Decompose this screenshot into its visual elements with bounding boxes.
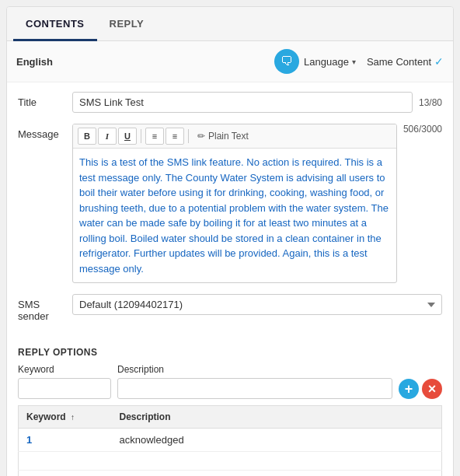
same-content-text: Same Content: [367, 56, 431, 68]
message-content[interactable]: This is a test of the SMS link feature. …: [73, 149, 396, 282]
table-row: 1 acknowledged: [19, 429, 442, 452]
title-input[interactable]: [72, 92, 413, 113]
sms-sender-field: Default (12094402171): [72, 294, 442, 315]
language-name: English: [16, 56, 274, 68]
reply-table-header-row: Keyword ↑ Description: [19, 406, 442, 429]
keyword-input[interactable]: [18, 378, 111, 399]
toolbar-separator-1: [141, 129, 141, 143]
editor-toolbar: B I U ≡ ≡ ✏ Plain Text: [73, 124, 396, 149]
message-editor: B I U ≡ ≡ ✏ Plain Text: [72, 124, 397, 283]
message-field: B I U ≡ ≡ ✏ Plain Text: [72, 124, 442, 283]
ordered-list-button[interactable]: ≡: [145, 128, 164, 145]
underline-button[interactable]: U: [118, 128, 137, 145]
reply-action-buttons: + ×: [399, 365, 442, 399]
title-row: Title 13/80: [18, 92, 442, 113]
keyword-header-text: Keyword: [26, 411, 66, 422]
table-row-empty: [19, 452, 442, 471]
title-label: Title: [18, 92, 72, 108]
language-bar: English 🗨 Language ▾ Same Content ✓: [7, 41, 453, 82]
chevron-down-icon: ▾: [352, 58, 356, 66]
keyword-cell: 1: [19, 429, 112, 452]
reply-options-header: REPLY OPTIONS: [18, 347, 442, 358]
keyword-input-label: Keyword: [18, 364, 111, 375]
language-button-label: Language: [304, 56, 349, 68]
reply-keyword-input-col: Keyword: [18, 364, 111, 399]
reply-options-area: REPLY OPTIONS Keyword Description + × Ke…: [7, 338, 453, 476]
message-row: Message B I U ≡ ≡: [18, 124, 442, 283]
pencil-icon: ✏: [197, 131, 205, 142]
keyword-column-header: Keyword ↑: [19, 406, 112, 429]
check-icon: ✓: [434, 55, 444, 68]
form-area: Title 13/80 Message B I U: [7, 82, 453, 338]
tabs-bar: CONTENTS REPLY: [7, 7, 453, 41]
language-button[interactable]: Language ▾: [304, 56, 356, 68]
tab-reply[interactable]: REPLY: [97, 7, 157, 40]
message-char-count: 506/3000: [403, 124, 442, 135]
bold-button[interactable]: B: [78, 128, 96, 145]
unordered-list-button[interactable]: ≡: [166, 128, 184, 145]
tab-contents[interactable]: CONTENTS: [13, 7, 97, 41]
language-controls: 🗨 Language ▾ Same Content ✓: [274, 49, 444, 74]
toolbar-separator-2: [188, 129, 189, 143]
description-input[interactable]: [117, 378, 392, 399]
title-char-count: 13/80: [419, 97, 442, 108]
language-icon: 🗨: [274, 49, 299, 74]
description-column-header: Description: [112, 406, 442, 429]
title-field: 13/80: [72, 92, 442, 113]
description-input-label: Description: [117, 364, 392, 375]
italic-button[interactable]: I: [98, 128, 117, 145]
plain-text-toggle[interactable]: ✏ Plain Text: [197, 131, 249, 142]
sms-sender-row: SMS sender Default (12094402171): [18, 294, 442, 322]
reply-table-body: 1 acknowledged: [19, 429, 442, 477]
sort-icon: ↑: [71, 413, 75, 422]
same-content-label: Same Content ✓: [367, 55, 444, 68]
reply-inputs-row: Keyword Description + ×: [18, 364, 442, 399]
table-row-empty: [19, 471, 442, 477]
description-cell: acknowledged: [112, 429, 442, 452]
sms-sender-select[interactable]: Default (12094402171): [72, 294, 442, 315]
main-container: CONTENTS REPLY English 🗨 Language ▾ Same…: [6, 6, 454, 476]
reply-table: Keyword ↑ Description 1 acknowledged: [18, 405, 442, 476]
message-label: Message: [18, 124, 72, 140]
plain-text-label: Plain Text: [208, 131, 249, 142]
reply-description-input-col: Description: [117, 364, 392, 399]
remove-keyword-button[interactable]: ×: [422, 379, 442, 399]
sms-sender-label: SMS sender: [18, 294, 72, 322]
add-keyword-button[interactable]: +: [399, 379, 419, 399]
